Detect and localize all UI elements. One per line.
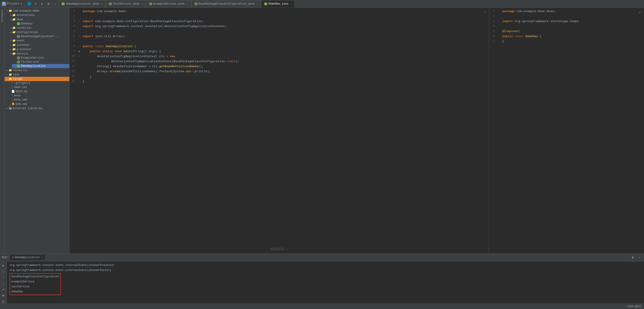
file-icon-help: 📄	[12, 90, 15, 93]
tab-example-service-label: ExampleService.java	[153, 2, 184, 6]
tab-dao-icon	[264, 2, 267, 6]
bottom-panel: Run: ▶ DemoApplication ✕ ⚙ — ▶ ⬛ ↑ ↓ ⇌ ▤…	[0, 254, 644, 304]
sidebar-item-demo-app[interactable]: DemoApplication	[12, 64, 69, 68]
filter-icon[interactable]: ▤	[1, 293, 6, 298]
settings-icon-bottom[interactable]: ⚙	[630, 255, 635, 260]
tab-test-service-close[interactable]: ✕	[141, 2, 143, 5]
tab-base-pkg-label: BasePackageClassConfiguration.java	[199, 2, 254, 6]
sidebar-item-mvnwcmd[interactable]: ! mvnw.cmd	[4, 98, 69, 102]
sort-icon[interactable]: ⇅	[40, 1, 44, 6]
structure-label[interactable]: Structure	[0, 9, 4, 23]
run-tab-icon: ▶	[12, 256, 14, 259]
tab-demo-dao[interactable]: DemoDao.java ✕	[261, 0, 294, 8]
sidebar-item-processor[interactable]: ▸ 📁 processor	[8, 47, 69, 52]
sidebar-item-resources[interactable]: ▸ 📁 resources	[4, 68, 69, 72]
tab-example-icon	[149, 2, 152, 6]
run-tab-close[interactable]: ✕	[42, 256, 43, 259]
dropdown-icon[interactable]: ▾	[20, 2, 22, 6]
sidebar-item-com-example[interactable]: ▾ 📁 com.example.demo	[4, 9, 69, 13]
rcode-line-2: 2	[489, 14, 644, 20]
tab-example-service-close[interactable]: ✕	[187, 2, 188, 5]
sidebar-item-pomxml[interactable]: 🔶 pom.xml	[4, 102, 69, 106]
tab-base-pkg-close[interactable]: ✕	[256, 2, 258, 5]
sidebar-label-demodao: DemoDao	[21, 22, 32, 25]
sidebar-item-demoiml[interactable]: ! demo.iml	[4, 85, 69, 89]
sidebar-item-basepkg[interactable]: BasePackageClassConf...	[12, 34, 69, 38]
sidebar-item-listener[interactable]: ▸ 📁 listener	[8, 43, 69, 47]
console-line-1: org.springframework.context.event.intern…	[10, 263, 641, 268]
chevron-right-icon-res: ▸	[6, 69, 8, 72]
bottom-content: ▶ ⬛ ↑ ↓ ⇌ ▤ 🖨 org.springframework.contex…	[0, 261, 644, 304]
left-edge: Structure	[0, 8, 4, 254]
console-line-4: exampleService	[12, 279, 59, 284]
folder-icon-test: 📁	[9, 73, 12, 76]
status-bar: CSDN @转注	[0, 304, 644, 309]
editor-right-pane[interactable]: ✓ 1 package com.example.demo.bean; 2 3 i…	[489, 8, 644, 254]
print-icon[interactable]: 🖨	[1, 300, 6, 304]
tab-test-service[interactable]: TestService.java ✕	[106, 0, 146, 8]
sidebar-item-extlibs[interactable]: ▸ 📚 External Libraries	[4, 106, 69, 110]
wrap-icon[interactable]: ⇌	[1, 287, 6, 292]
sidebar-item-gitignore[interactable]: ! .gitignore	[4, 81, 69, 85]
sidebar-item-helpmd[interactable]: 📄 HELP.md	[4, 89, 69, 94]
run-tab[interactable]: ▶ DemoApplication ✕	[10, 255, 45, 260]
sidebar-item-example-service[interactable]: ExampleService	[12, 56, 69, 60]
project-sidebar[interactable]: ▾ 📁 com.example.demo ▸ 📁 annotations ▾ 📁…	[4, 8, 70, 254]
project-label: P Project ▾	[2, 2, 22, 6]
minimize-icon[interactable]: —	[52, 1, 57, 6]
folder-icon-conf: 📁	[12, 30, 16, 34]
console-output[interactable]: org.springframework.context.event.intern…	[7, 261, 644, 304]
sidebar-item-configuration[interactable]: ▾ 📁 configuration	[8, 30, 69, 34]
sidebar-item-test[interactable]: ▸ 📁 test	[4, 72, 69, 77]
sidebar-item-event[interactable]: ▸ 📁 event	[8, 38, 69, 43]
sidebar-item-condition[interactable]: ▸ 📁 condition	[8, 26, 69, 30]
sidebar-label-processor: processor	[17, 48, 32, 51]
tab-demo-dao-label: DemoDao.java	[268, 2, 288, 6]
folder-icon-svc: 📁	[12, 52, 16, 55]
sidebar-label-resources: resources	[13, 69, 28, 72]
stop-icon[interactable]: ⬛	[1, 270, 5, 274]
run-play-icon[interactable]: ▶	[2, 263, 4, 268]
scroll-up-icon[interactable]: ↑	[1, 275, 6, 280]
chevron-right-icon-target: ▸	[6, 78, 8, 80]
list-icon[interactable]: ≡	[33, 1, 38, 6]
chevron-right-icon-ext: ▸	[6, 107, 8, 110]
more-icon-bottom[interactable]: —	[637, 255, 642, 260]
sidebar-label-examplesvc: ExampleService	[21, 56, 44, 60]
console-line-2: org.springframework.context.event.intern…	[10, 268, 641, 273]
tab-demo-application-close[interactable]: ✕	[101, 2, 102, 5]
console-text-5: testService	[12, 285, 30, 288]
rcode-line-6: 6 public class DemoDao {	[489, 35, 644, 40]
code-content-left[interactable]: ✓ 1 package com.example.demo; 2 3 ▸ impo…	[70, 8, 489, 254]
code-line-6: 6 ▸ import java.util.Arrays;	[70, 35, 489, 40]
globe-icon[interactable]: 🌐	[27, 1, 32, 6]
editor-left-pane[interactable]: ✓ 1 package com.example.demo; 2 3 ▸ impo…	[70, 8, 489, 254]
console-text-2: org.springframework.context.event.intern…	[10, 269, 111, 272]
tab-demo-application[interactable]: DemoApplication.java ✕	[58, 0, 105, 8]
sidebar-item-test-service[interactable]: TestService	[12, 60, 69, 64]
sidebar-item-demodao[interactable]: DemoDao	[12, 22, 69, 26]
sidebar-item-annotations[interactable]: ▸ 📁 annotations	[8, 13, 69, 17]
rcode-line-4: 4	[489, 24, 644, 30]
sidebar-item-mvnw[interactable]: ! mvnw	[4, 94, 69, 98]
settings-icon[interactable]: ⚙	[46, 1, 51, 6]
folder-icon-target: 📁	[9, 77, 12, 81]
project-icon: P	[2, 2, 6, 6]
code-line-5: 5	[70, 30, 489, 35]
code-line-15: 15 }	[70, 80, 489, 85]
scroll-down-icon[interactable]: ↓	[1, 281, 6, 285]
console-text-6: demoDao	[12, 290, 23, 293]
tab-base-pkg[interactable]: BasePackageClassConfiguration.java ✕	[192, 0, 261, 8]
sidebar-item-target[interactable]: ▸ 📁 target	[4, 77, 69, 81]
tab-example-service[interactable]: ExampleService.java ✕	[146, 0, 191, 8]
watermark: @砖业洋——	[270, 247, 288, 252]
chevron-down-icon-conf: ▾	[10, 31, 12, 34]
sidebar-item-bean[interactable]: ▾ 📁 bean	[8, 17, 69, 22]
tab-demo-dao-close[interactable]: ✕	[290, 2, 292, 5]
code-content-right[interactable]: ✓ 1 package com.example.demo.bean; 2 3 i…	[489, 8, 644, 254]
code-line-3: 3 ▸ import com.example.demo.configuratio…	[70, 20, 489, 24]
sidebar-label-testsvc: TestService	[21, 60, 39, 64]
sidebar-item-service[interactable]: ▾ 📁 service	[8, 52, 69, 56]
sidebar-label-event: event	[17, 39, 25, 42]
file-icon-examplesvc	[17, 56, 20, 60]
